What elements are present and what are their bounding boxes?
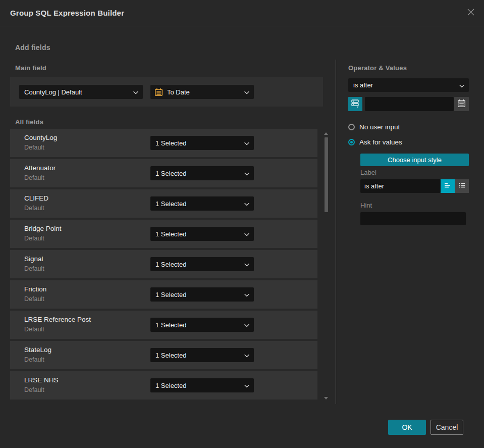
hint-input[interactable] — [360, 212, 466, 225]
add-fields-heading: Add fields — [15, 43, 50, 52]
chevron-down-icon — [244, 291, 249, 298]
field-selection-dropdown[interactable]: 1 Selected — [150, 257, 254, 271]
chevron-down-icon — [244, 382, 249, 389]
field-row: CLIFED Default 1 Selected — [10, 189, 317, 218]
field-row: CountyLog Default 1 Selected — [10, 129, 317, 157]
field-subtitle: Default — [24, 174, 44, 181]
value-calendar-button[interactable] — [454, 97, 469, 111]
radio-icon — [348, 139, 355, 145]
ok-button[interactable]: OK — [388, 420, 426, 435]
calendar-icon — [154, 88, 163, 96]
field-row: Friction Default 1 Selected — [10, 280, 317, 309]
field-subtitle: Default — [24, 326, 44, 333]
field-subtitle: Default — [24, 295, 44, 303]
chevron-down-icon — [133, 88, 138, 96]
close-button[interactable] — [465, 7, 477, 19]
cancel-button[interactable]: Cancel — [431, 420, 463, 435]
radio-no-user-input[interactable]: No user input — [348, 123, 400, 131]
field-row: Signal Default 1 Selected — [10, 250, 317, 278]
field-row: LRSE Reference Post Default 1 Selected — [10, 311, 317, 339]
radio-label: Ask for values — [359, 138, 402, 146]
field-row: StateLog Default 1 Selected — [10, 341, 317, 369]
chevron-down-icon — [244, 170, 249, 177]
all-fields-list: CountyLog Default 1 Selected Attenuator … — [10, 129, 317, 402]
scroll-up-icon[interactable] — [324, 132, 328, 135]
chevron-down-icon — [244, 352, 249, 359]
calendar-icon — [457, 99, 466, 110]
label-field-label: Label — [360, 169, 377, 176]
field-selection-value: 1 Selected — [150, 170, 186, 177]
scrollbar-thumb[interactable] — [325, 137, 328, 212]
scroll-down-icon[interactable] — [324, 397, 328, 400]
list-scrollbar[interactable] — [324, 129, 329, 402]
chevron-down-icon — [244, 230, 249, 238]
panel-divider — [336, 60, 336, 404]
field-subtitle: Default — [24, 386, 44, 393]
field-name: Bridge Point — [24, 225, 62, 232]
date-field-dropdown[interactable]: To Date — [150, 85, 254, 99]
field-selection-dropdown[interactable]: 1 Selected — [150, 318, 254, 332]
label-input[interactable] — [360, 179, 441, 193]
field-selection-value: 1 Selected — [150, 200, 186, 208]
group-sql-expression-builder-dialog: Group SQL Expression Builder Add fields … — [0, 0, 484, 448]
field-name: Friction — [24, 285, 46, 293]
main-field-dropdown[interactable]: CountyLog | Default — [19, 85, 143, 99]
field-selection-dropdown[interactable]: 1 Selected — [150, 166, 254, 180]
radio-icon — [348, 124, 355, 130]
field-selection-value: 1 Selected — [150, 291, 186, 298]
field-selection-value: 1 Selected — [150, 321, 186, 329]
main-field-panel: CountyLog | Default To Date — [10, 77, 323, 107]
field-name: Attenuator — [24, 164, 56, 172]
main-field-dropdown-value: CountyLog | Default — [19, 88, 82, 96]
list-style-button[interactable] — [455, 179, 469, 193]
field-name: CountyLog — [24, 134, 57, 141]
field-name: StateLog — [24, 346, 51, 354]
field-subtitle: Default — [24, 205, 44, 212]
value-input[interactable] — [365, 97, 454, 111]
chevron-down-icon — [244, 200, 249, 208]
field-selection-dropdown[interactable]: 1 Selected — [150, 227, 254, 241]
value-type-button[interactable] — [348, 97, 362, 111]
all-fields-heading: All fields — [15, 118, 43, 126]
main-field-heading: Main field — [15, 64, 46, 72]
title-bar: Group SQL Expression Builder — [0, 0, 484, 26]
choose-input-style-button[interactable]: Choose input style — [360, 154, 469, 166]
operator-values-heading: Operator & Values — [348, 64, 407, 72]
chevron-down-icon — [244, 88, 249, 96]
field-selection-dropdown[interactable]: 1 Selected — [150, 196, 254, 211]
chevron-down-icon — [244, 261, 249, 268]
chevron-down-icon — [244, 321, 249, 329]
field-name: Signal — [24, 255, 43, 263]
field-selection-dropdown[interactable]: 1 Selected — [150, 136, 254, 150]
radio-label: No user input — [359, 123, 400, 131]
value-row — [348, 97, 469, 111]
operator-dropdown[interactable]: is after — [348, 78, 469, 92]
field-subtitle: Default — [24, 235, 44, 242]
dialog-title: Group SQL Expression Builder — [10, 9, 124, 17]
field-name: LRSE Reference Post — [24, 316, 91, 323]
field-selection-value: 1 Selected — [150, 230, 186, 238]
field-selection-value: 1 Selected — [150, 261, 186, 268]
stacked-values-icon — [351, 98, 360, 110]
date-field-dropdown-value: To Date — [163, 88, 190, 96]
field-selection-dropdown[interactable]: 1 Selected — [150, 348, 254, 362]
field-subtitle: Default — [24, 265, 44, 272]
field-selection-value: 1 Selected — [150, 382, 186, 389]
single-line-style-button[interactable] — [441, 179, 455, 193]
field-selection-dropdown[interactable]: 1 Selected — [150, 287, 254, 302]
align-left-icon — [444, 181, 452, 191]
field-selection-value: 1 Selected — [150, 352, 186, 359]
close-icon — [467, 8, 475, 18]
field-row: Attenuator Default 1 Selected — [10, 159, 317, 187]
bullet-list-icon — [458, 181, 466, 191]
field-row: LRSE NHS Default 1 Selected — [10, 371, 317, 400]
field-name: LRSE NHS — [24, 376, 59, 384]
operator-dropdown-value: is after — [348, 81, 373, 89]
field-subtitle: Default — [24, 356, 44, 363]
field-selection-dropdown[interactable]: 1 Selected — [150, 378, 254, 392]
field-subtitle: Default — [24, 144, 44, 151]
field-row: Bridge Point Default 1 Selected — [10, 220, 317, 248]
radio-ask-for-values[interactable]: Ask for values — [348, 138, 402, 146]
chevron-down-icon — [459, 81, 464, 89]
hint-field-label: Hint — [360, 202, 372, 209]
